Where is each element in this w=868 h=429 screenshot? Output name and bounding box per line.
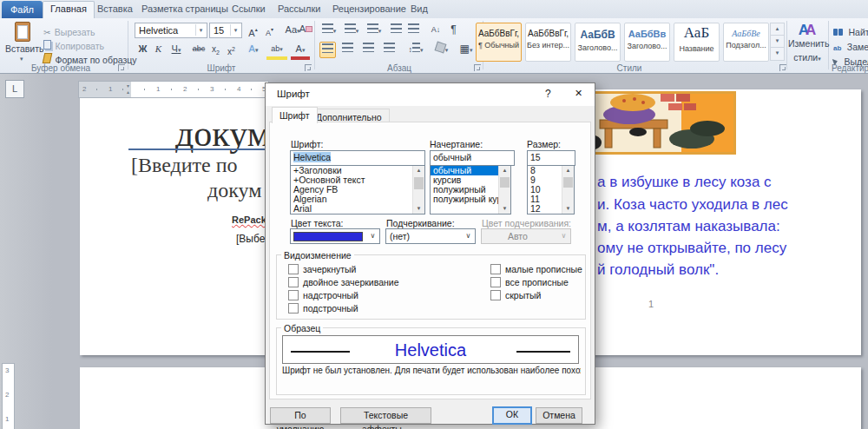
- underline-button[interactable]: Ч▾: [167, 42, 186, 56]
- shrink-font-button[interactable]: А▾: [262, 23, 277, 37]
- style-normal[interactable]: АаБбВвГг,¶ Обычный: [476, 23, 522, 62]
- text-effects-button[interactable]: Текстовые эффекты...: [340, 407, 431, 424]
- font-style-edit[interactable]: обычный: [430, 150, 515, 166]
- tab-file[interactable]: Файл: [2, 1, 43, 18]
- style-heading1[interactable]: АаБбВЗаголово...: [575, 23, 621, 62]
- checkbox-small-caps[interactable]: малые прописные: [490, 264, 582, 274]
- replace-button[interactable]: ab Заменить: [833, 38, 868, 54]
- bullets-button[interactable]: ▾: [319, 23, 339, 37]
- decrease-indent-button[interactable]: [389, 23, 404, 37]
- tab-review[interactable]: Рецензирование: [332, 3, 406, 14]
- clipboard-dialog-launcher[interactable]: [118, 64, 125, 71]
- tab-stop-selector[interactable]: L: [5, 80, 24, 98]
- style-subtitle[interactable]: АаБбВеПодзагол...: [723, 23, 769, 62]
- italic-button[interactable]: К: [151, 42, 166, 56]
- tab-page-layout[interactable]: Разметка страницы: [141, 3, 228, 14]
- text-effects-button[interactable]: А▾: [244, 42, 263, 56]
- doc-subtitle-line2[interactable]: докум: [207, 179, 261, 202]
- tab-references[interactable]: Ссылки: [232, 3, 266, 14]
- show-marks-button[interactable]: ¶: [446, 23, 461, 37]
- find-button[interactable]: Найти: [833, 23, 868, 39]
- horizontal-ruler[interactable]: 2 1 ▾ ▴ 1 2 3 4 5: [78, 81, 269, 98]
- tab-mailings[interactable]: Рассылки: [278, 3, 320, 14]
- numbering-button[interactable]: ▾: [342, 23, 361, 37]
- scroll-down-icon: ▼: [499, 204, 510, 214]
- doc-body-line[interactable]: й голодный волк".: [597, 261, 719, 279]
- checkbox-double-strikethrough[interactable]: двойное зачеркивание: [288, 277, 399, 287]
- text-color-dropdown[interactable]: ∨: [290, 228, 380, 244]
- grow-font-button[interactable]: А▴: [246, 23, 260, 37]
- checkbox-subscript[interactable]: подстрочный: [288, 303, 358, 314]
- dialog-tab-font[interactable]: Шрифт: [272, 107, 318, 123]
- vertical-ruler[interactable]: 3 2 1: [2, 363, 15, 429]
- bold-button[interactable]: Ж: [135, 42, 150, 56]
- chevron-down-icon: ∨: [462, 229, 475, 243]
- highlight-color-button[interactable]: ab▾: [266, 42, 287, 60]
- replace-label: Заменить: [847, 42, 868, 52]
- tab-view[interactable]: Вид: [411, 3, 428, 14]
- font-name-combo[interactable]: Helvetica ▾: [135, 23, 207, 38]
- style-no-spacing[interactable]: АаБбВвГг,Без интер...: [525, 23, 571, 62]
- font-style-list[interactable]: обычный курсив полужирный полужирный кур…: [430, 165, 511, 214]
- help-button[interactable]: ?: [545, 88, 551, 100]
- scrollbar[interactable]: ▲ ▼: [498, 166, 510, 214]
- doc-illustration[interactable]: [582, 91, 736, 155]
- indent-marker[interactable]: ▴: [127, 89, 129, 95]
- clear-formatting-button[interactable]: А: [299, 22, 313, 36]
- align-center-button[interactable]: [340, 42, 355, 56]
- close-icon[interactable]: ✕: [575, 88, 582, 99]
- doc-body-line[interactable]: а в избушке в лесу коза с: [597, 174, 772, 191]
- change-styles-button[interactable]: АА Изменить стили▾: [788, 22, 826, 63]
- checkbox-hidden[interactable]: скрытый: [490, 290, 541, 300]
- indent-marker[interactable]: ▾: [127, 82, 129, 89]
- shading-button[interactable]: ▾: [431, 42, 452, 56]
- chevron-down-icon[interactable]: ▾: [230, 24, 240, 36]
- default-button[interactable]: По умолчанию: [270, 407, 331, 424]
- doc-subtitle-line1[interactable]: [Введите по: [131, 154, 238, 177]
- doc-author-text[interactable]: RePack: [232, 214, 266, 225]
- subscript-button[interactable]: x2: [208, 42, 223, 56]
- doc-body-line[interactable]: м, а козлятам наказывала:: [597, 218, 780, 235]
- borders-button[interactable]: ▦▾: [455, 42, 477, 56]
- doc-body-line[interactable]: ому не открывайте, по лесу: [597, 240, 786, 257]
- doc-body-line[interactable]: и. Коза часто уходила в лес: [597, 196, 788, 214]
- find-binoculars-icon: [833, 29, 838, 36]
- underline-dropdown[interactable]: (нет) ∨: [385, 228, 476, 244]
- font-name-list[interactable]: +Заголовки +Основной текст Agency FB Alg…: [290, 165, 425, 214]
- cancel-button[interactable]: Отмена: [536, 407, 582, 424]
- scrollbar[interactable]: ▲ ▼: [562, 166, 574, 214]
- increase-indent-button[interactable]: [406, 23, 421, 37]
- text-color-label: Цвет текста:: [291, 218, 343, 228]
- styles-more-button[interactable]: ▼: [770, 47, 785, 61]
- scroll-up-icon: ▲: [562, 166, 574, 175]
- checkbox-strikethrough[interactable]: зачеркнутый: [288, 264, 356, 274]
- styles-dialog-launcher[interactable]: [779, 64, 786, 71]
- scrollbar[interactable]: ▲ ▼: [412, 166, 424, 214]
- line-spacing-button[interactable]: ↕▾: [404, 42, 427, 56]
- font-dialog-launcher[interactable]: [305, 64, 312, 71]
- font-size-edit[interactable]: 15: [527, 150, 575, 166]
- font-color-button[interactable]: А▾: [291, 42, 310, 60]
- font-name-edit[interactable]: Helvetica: [290, 150, 425, 166]
- checkbox-superscript[interactable]: надстрочный: [288, 290, 358, 300]
- justify-button[interactable]: [382, 42, 397, 56]
- sort-button[interactable]: А↓: [427, 23, 444, 37]
- strikethrough-button[interactable]: abc: [190, 42, 207, 56]
- superscript-button[interactable]: x2: [224, 42, 239, 56]
- tab-home-label[interactable]: Главная: [50, 3, 87, 14]
- font-size-combo[interactable]: 15 ▾: [209, 23, 242, 38]
- multilevel-list-button[interactable]: ▾: [365, 23, 384, 37]
- style-title[interactable]: АаБНазвание: [674, 23, 720, 62]
- align-left-button[interactable]: [319, 42, 336, 58]
- chevron-down-icon[interactable]: ▾: [195, 24, 206, 36]
- paragraph-dialog-launcher[interactable]: [474, 64, 481, 71]
- font-size-list[interactable]: 8 9 10 11 12 ▲ ▼: [527, 165, 575, 214]
- checkbox-all-caps[interactable]: все прописные: [490, 277, 569, 287]
- style-heading2[interactable]: АаБбВвЗаголово...: [624, 23, 670, 62]
- align-right-button[interactable]: [361, 42, 376, 56]
- ok-button[interactable]: ОК: [492, 406, 532, 425]
- tab-insert[interactable]: Вставка: [97, 3, 133, 14]
- paste-button[interactable]: Вставить ▾: [5, 21, 40, 64]
- group-separator: [786, 21, 787, 69]
- dialog-titlebar[interactable]: Шрифт ? ✕: [266, 83, 595, 106]
